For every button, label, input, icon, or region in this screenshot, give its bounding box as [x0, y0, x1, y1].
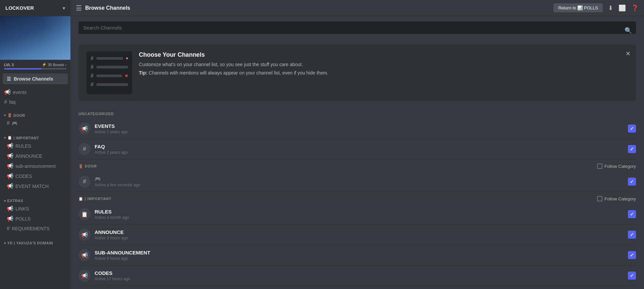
hash-icon: # — [7, 120, 10, 126]
chevron-icon: ▾ — [4, 136, 6, 140]
sidebar-item-announce[interactable]: 📢 ANNOUNCE — [4, 151, 66, 161]
megaphone-icon: 📢 — [7, 173, 13, 179]
browse-main: 🔍 # ♥ # # ✖ # — [70, 16, 644, 289]
channel-name-rules: RULES — [15, 143, 31, 149]
channel-name-requirements: REQUIREMENTS — [12, 226, 50, 231]
level-text: LVL 3 — [4, 63, 14, 67]
megaphone-icon: 📢 — [7, 215, 13, 222]
tip-content: Choose Your Channels Customize what's on… — [139, 51, 328, 78]
follow-label-door: Follow Category — [604, 164, 636, 169]
category-label-important: | IMPORTANT — [13, 136, 39, 140]
sidebar-item-requirements[interactable]: # REQUIREMENTS — [4, 224, 66, 233]
channel-name-polls: POLLS — [15, 216, 31, 222]
search-wrapper: 🔍 — [78, 21, 636, 39]
return-label: Return to 📊 POLLS — [558, 5, 598, 10]
channel-icon-game: # — [78, 176, 91, 188]
hash-preview-4: # — [91, 82, 94, 88]
channel-checkbox-events[interactable]: ✓ — [628, 125, 636, 133]
channel-name-game: 🎮 — [12, 121, 17, 126]
channel-info-announce: ANNOUNCE Active 3 hours ago — [95, 229, 628, 240]
channel-info-game: 🎮 Active a few seconds ago — [95, 176, 628, 187]
channel-icon-announce: 📢 — [78, 229, 91, 241]
sidebar-item-links[interactable]: 📢 LINKS — [4, 204, 66, 213]
tip-title: Choose Your Channels — [139, 51, 328, 58]
tip-banner-close-button[interactable]: ✕ — [626, 50, 631, 57]
channel-info-sub-announcement: sub-announcement Active 9 hours ago — [95, 250, 628, 261]
sidebar-item-sub-announcement[interactable]: 📢 sub-announcement — [4, 161, 66, 171]
return-to-polls-button[interactable]: Return to 📊 POLLS — [553, 3, 603, 12]
server-banner — [0, 16, 70, 60]
tip-prefix: Tip: — [139, 70, 149, 76]
channel-name-faq: faq — [95, 144, 628, 149]
download-icon[interactable]: ⬇ — [608, 4, 613, 12]
category-header-door[interactable]: ▾ 🚪 DOOR — [3, 112, 68, 118]
chevron-icon: ▾ — [4, 113, 6, 117]
megaphone-icon: 📢 — [81, 273, 88, 279]
sidebar-item-polls[interactable]: 📢 POLLS — [4, 214, 66, 224]
search-icon: 🔍 — [625, 27, 632, 34]
sidebar-item-codes[interactable]: 📢 CODES — [4, 171, 66, 181]
megaphone-icon: 📢 — [7, 183, 13, 189]
top-bar-left: ☰ Browse Channels — [76, 4, 130, 12]
search-input[interactable] — [78, 21, 636, 34]
sidebar-item-faq[interactable]: # faq — [1, 97, 69, 107]
sidebar-item-rules[interactable]: 📢 RULES — [4, 141, 66, 151]
tip-preview: # ♥ # # ✖ # — [87, 51, 132, 94]
browse-channels-button[interactable]: ☰ Browse Channels — [3, 74, 68, 84]
channel-activity-game: Active a few seconds ago — [95, 183, 628, 187]
chevron-down-icon: ▾ — [63, 5, 65, 11]
follow-category-door[interactable]: Follow Category — [597, 163, 636, 169]
hash-icon: # — [4, 99, 7, 105]
level-bar — [4, 68, 66, 69]
channel-name-events: events — [95, 123, 628, 129]
category-yakuza: ▾ YD | YAKUZA'S DOMAIN — [0, 235, 70, 247]
help-icon[interactable]: ❓ — [631, 4, 639, 12]
tip-description: Customize what's on your channel list, s… — [139, 61, 328, 68]
top-bar-right: Return to 📊 POLLS ⬇ ⬜ ❓ — [553, 3, 639, 12]
category-header-extras[interactable]: ▾ EXTRAS — [3, 198, 68, 203]
channel-checkbox-rules[interactable]: ✓ — [628, 210, 636, 218]
channel-name-codes: CODES — [15, 174, 32, 179]
channel-row-faq: # faq Active 2 years ago ✓ — [78, 139, 636, 159]
checkmark-icon: ✓ — [630, 211, 634, 217]
channel-info-codes: CODES Active 17 hours ago — [95, 270, 628, 281]
channel-checkbox-codes[interactable]: ✓ — [628, 272, 636, 280]
channel-checkbox-announce[interactable]: ✓ — [628, 231, 636, 239]
preview-bar-3 — [96, 75, 122, 77]
x-icon: ✖ — [125, 74, 128, 78]
section-label-door: 🚪 DOOR — [78, 164, 97, 168]
page-title: Browse Channels — [85, 5, 130, 11]
category-header-important[interactable]: ▾ 📋 | IMPORTANT — [3, 135, 68, 141]
follow-category-important[interactable]: Follow Category — [597, 196, 636, 201]
channel-row-rules: 📋 RULES Active a month ago ✓ — [78, 204, 636, 225]
channel-icon-rules: 📋 — [78, 208, 91, 220]
preview-bar-4 — [96, 83, 128, 86]
sidebar-item-event-match[interactable]: 📢 EVENT MATCH — [4, 181, 66, 191]
category-header-yakuza[interactable]: ▾ YD | YAKUZA'S DOMAIN — [3, 240, 68, 246]
checkmark-icon: ✓ — [630, 179, 634, 184]
window-icon[interactable]: ⬜ — [619, 4, 626, 12]
server-header[interactable]: LOCKOVER ▾ — [0, 0, 70, 16]
channel-name-links: LINKS — [15, 206, 29, 211]
section-label-important: 📋 | IMPORTANT — [78, 197, 111, 201]
channel-checkbox-faq[interactable]: ✓ — [628, 145, 636, 153]
channel-info-events: events Active 2 years ago — [95, 123, 628, 134]
server-name: LOCKOVER — [5, 5, 63, 11]
category-label-door: DOOR — [13, 113, 25, 117]
megaphone-icon: 📢 — [7, 163, 13, 169]
channel-checkbox-game[interactable]: ✓ — [628, 178, 636, 186]
preview-bar-2 — [96, 66, 128, 68]
section-header-uncategorized: UNCATEGORIZED — [78, 108, 636, 118]
level-bar-fill — [4, 68, 42, 69]
channel-name-announce: ANNOUNCE — [15, 153, 42, 159]
sidebar-item-game[interactable]: # 🎮 — [4, 118, 66, 128]
tip-banner: # ♥ # # ✖ # C — [78, 45, 636, 101]
sidebar-item-events[interactable]: 📢 events — [1, 87, 69, 97]
category-label-yakuza: YD | YAKUZA'S DOMAIN — [7, 241, 53, 245]
boost-icon: ⚡ — [42, 62, 47, 67]
channel-checkbox-sub-announcement[interactable]: ✓ — [628, 251, 636, 259]
channel-name-game: 🎮 — [95, 176, 628, 182]
preview-bar-1 — [96, 57, 123, 60]
checkmark-icon: ✓ — [630, 232, 634, 237]
hash-preview-2: # — [91, 64, 94, 70]
